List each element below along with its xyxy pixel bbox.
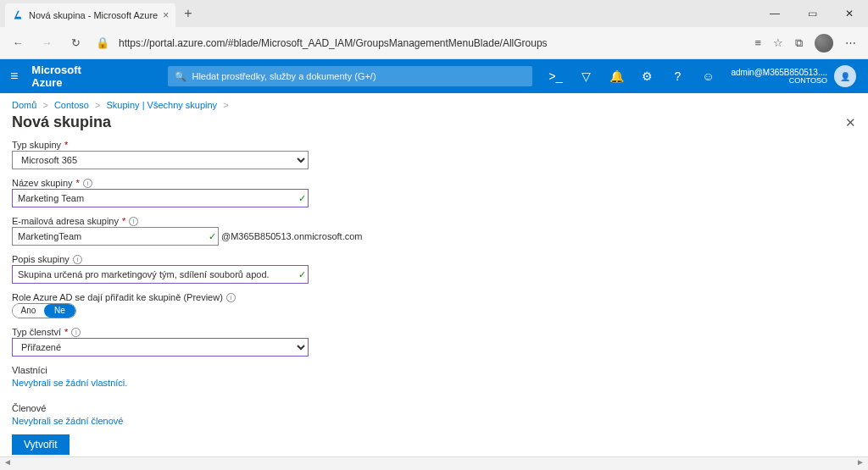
nav-forward-icon[interactable]: →	[34, 36, 59, 49]
required-marker: *	[76, 178, 80, 188]
required-marker: *	[122, 216, 125, 226]
group-email-input[interactable]	[12, 227, 219, 246]
description-input[interactable]	[12, 265, 309, 284]
browser-titlebar: Nová skupina - Microsoft Azure × + — ▭ ✕	[0, 0, 868, 27]
browser-tab[interactable]: Nová skupina - Microsoft Azure ×	[5, 3, 175, 27]
breadcrumb: Domů > Contoso > Skupiny | Všechny skupi…	[0, 93, 868, 113]
roles-assignable-toggle[interactable]: Ano Ne	[12, 303, 76, 318]
browser-settings-icon[interactable]: ≡	[754, 36, 761, 49]
cloud-shell-icon[interactable]: >_	[542, 59, 568, 93]
notifications-icon[interactable]: 🔔	[604, 59, 629, 93]
global-search[interactable]: 🔍	[168, 66, 532, 86]
group-type-label: Typ skupiny	[12, 140, 61, 150]
collections-icon[interactable]: ⧉	[795, 36, 803, 50]
account-email: admin@M365B850513....	[731, 68, 827, 77]
members-label: Členové	[12, 403, 856, 413]
browser-more-icon[interactable]: ⋯	[845, 36, 856, 49]
breadcrumb-groups[interactable]: Skupiny | Všechny skupiny	[106, 100, 217, 110]
tab-close-icon[interactable]: ×	[163, 9, 169, 21]
membership-type-select[interactable]: Přiřazené	[12, 338, 309, 357]
description-label: Popis skupiny	[12, 254, 70, 264]
favorites-icon[interactable]: ☆	[773, 36, 783, 49]
required-marker: *	[64, 327, 68, 337]
roles-assignable-label: Role Azure AD se dají přiřadit ke skupin…	[12, 292, 223, 302]
browser-avatar[interactable]	[815, 34, 833, 53]
blade-header: Nová skupina ✕	[0, 113, 868, 136]
breadcrumb-tenant[interactable]: Contoso	[54, 100, 89, 110]
avatar: 👤	[834, 65, 856, 87]
page-title: Nová skupina	[12, 113, 111, 131]
tab-title: Nová skupina - Microsoft Azure	[29, 10, 158, 20]
group-name-label: Název skupiny	[12, 178, 73, 188]
window-controls: — ▭ ✕	[756, 0, 868, 27]
account-menu[interactable]: admin@M365B850513.... CONTOSO 👤	[726, 65, 861, 87]
toggle-yes: Ano	[13, 304, 44, 318]
menu-icon[interactable]: ≡	[7, 69, 21, 84]
address-text: https://portal.azure.com/#blade/Microsof…	[119, 37, 548, 49]
browser-toolbar: ← → ↻ 🔒 https://portal.azure.com/#blade/…	[0, 27, 868, 59]
info-icon[interactable]: i	[129, 217, 138, 226]
group-name-input[interactable]	[12, 189, 309, 207]
toggle-no: Ne	[44, 304, 75, 318]
info-icon[interactable]: i	[226, 293, 236, 302]
svg-marker-0	[14, 11, 22, 19]
form: Typ skupiny * Microsoft 365 Název skupin…	[0, 136, 868, 434]
window-close-icon[interactable]: ✕	[831, 0, 868, 27]
membership-type-label: Typ členství	[12, 327, 61, 337]
settings-icon[interactable]: ⚙	[634, 59, 659, 93]
brand-title[interactable]: Microsoft Azure	[31, 64, 90, 89]
select-owners-link[interactable]: Nevybrali se žádní vlastníci.	[12, 378, 127, 388]
portal-header: ≡ Microsoft Azure 🔍 >_ ▽ 🔔 ⚙ ? ☺ admin@M…	[0, 59, 868, 93]
select-members-link[interactable]: Nevybrali se žádní členové	[12, 416, 123, 426]
search-icon: 🔍	[175, 71, 186, 82]
nav-refresh-icon[interactable]: ↻	[63, 36, 88, 49]
window-minimize-icon[interactable]: —	[756, 0, 793, 27]
nav-back-icon[interactable]: ←	[5, 36, 31, 49]
required-marker: *	[64, 140, 68, 150]
new-tab-button[interactable]: +	[175, 6, 200, 21]
breadcrumb-home[interactable]: Domů	[12, 100, 36, 110]
chevron-right-icon: >	[39, 100, 51, 110]
feedback-icon[interactable]: ☺	[695, 59, 721, 93]
owners-label: Vlastníci	[12, 365, 856, 375]
email-domain-suffix: @M365B850513.onmicrosoft.com	[221, 231, 362, 241]
close-icon[interactable]: ✕	[845, 115, 856, 130]
group-email-label: E-mailová adresa skupiny	[12, 216, 119, 226]
directory-filter-icon[interactable]: ▽	[573, 59, 598, 93]
info-icon[interactable]: i	[83, 179, 92, 188]
search-input[interactable]	[192, 71, 526, 81]
account-tenant: CONTOSO	[789, 77, 827, 86]
help-icon[interactable]: ?	[665, 59, 690, 93]
info-icon[interactable]: i	[71, 328, 81, 337]
group-type-select[interactable]: Microsoft 365	[12, 151, 309, 169]
lock-icon: 🔒	[92, 36, 114, 49]
chevron-right-icon: >	[220, 100, 231, 110]
window-maximize-icon[interactable]: ▭	[793, 0, 831, 27]
chevron-right-icon: >	[92, 100, 103, 110]
address-bar[interactable]: 🔒 https://portal.azure.com/#blade/Micros…	[92, 36, 744, 49]
azure-favicon	[12, 9, 24, 21]
info-icon[interactable]: i	[73, 255, 82, 264]
